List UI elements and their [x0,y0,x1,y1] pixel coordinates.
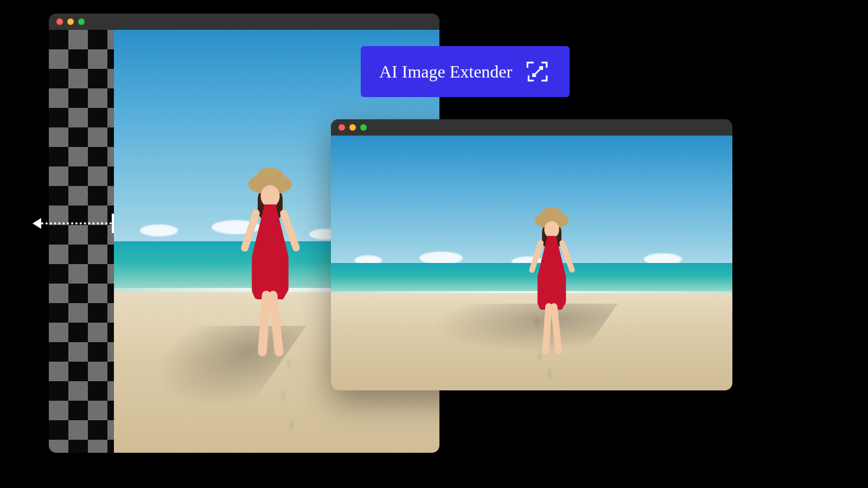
window-titlebar [49,14,439,30]
minimize-icon[interactable] [67,18,74,25]
ai-extender-badge[interactable]: AI Image Extender [361,46,570,97]
close-icon[interactable] [339,124,345,131]
minimize-icon[interactable] [349,124,356,131]
window-titlebar [331,119,732,136]
badge-label: AI Image Extender [379,62,512,82]
extend-left-arrow-icon [33,217,114,230]
extended-image [331,136,732,390]
result-content [331,136,732,390]
close-icon[interactable] [56,18,63,25]
maximize-icon[interactable] [360,124,367,131]
result-window [331,119,732,390]
maximize-icon[interactable] [78,18,85,25]
expand-icon [524,58,551,85]
